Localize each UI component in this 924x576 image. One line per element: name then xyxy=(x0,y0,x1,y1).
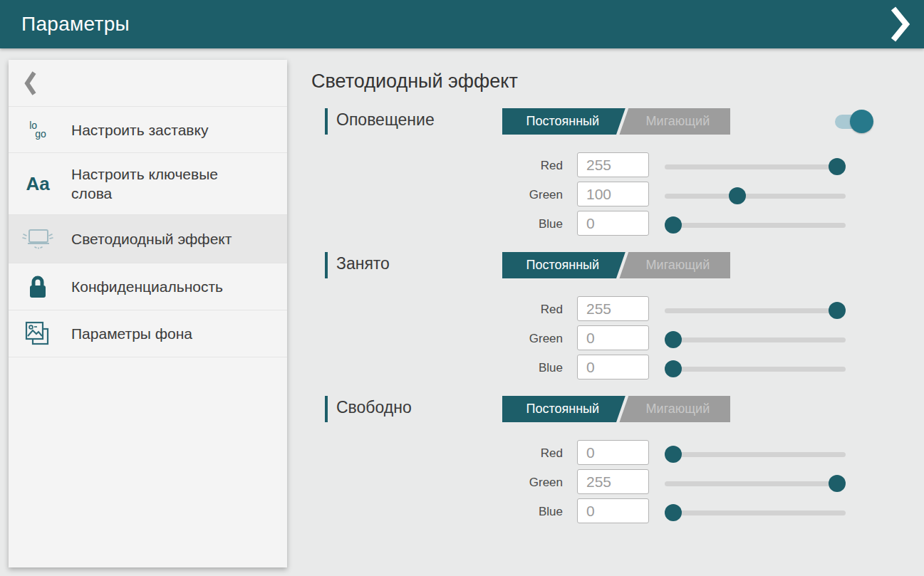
section-free: Свободно Постоянный Мигающий Red Green xyxy=(311,396,874,528)
mode-option-blinking[interactable]: Мигающий xyxy=(625,252,730,278)
channel-row: Red xyxy=(311,440,874,466)
section-accent-bar xyxy=(325,108,328,135)
channel-row: Green xyxy=(311,182,874,207)
mode-option-constant[interactable]: Постоянный xyxy=(502,252,623,278)
channel-slider[interactable] xyxy=(665,355,846,380)
channel-slider[interactable] xyxy=(665,182,846,207)
section-alert: Оповещение Постоянный Мигающий Red Green xyxy=(311,108,874,241)
section-label: Свободно xyxy=(336,398,412,417)
channel-value-input[interactable] xyxy=(577,498,649,523)
channel-slider[interactable] xyxy=(665,440,846,466)
alert-enabled-switch[interactable] xyxy=(835,108,875,135)
sidebar-item-led-effect[interactable]: Светодиодный эффект xyxy=(9,215,287,263)
mode-option-blinking[interactable]: Мигающий xyxy=(625,108,730,135)
channel-slider[interactable] xyxy=(665,296,846,322)
section-label: Оповещение xyxy=(336,110,435,130)
slider-track xyxy=(665,194,846,199)
channel-row: Blue xyxy=(311,355,874,380)
channel-label: Blue xyxy=(477,505,563,519)
section-accent-bar xyxy=(325,396,328,422)
channel-value-input[interactable] xyxy=(577,440,649,465)
slider-thumb[interactable] xyxy=(665,504,682,521)
slider-thumb[interactable] xyxy=(665,331,682,348)
slider-thumb[interactable] xyxy=(665,446,682,463)
slider-track xyxy=(665,481,846,486)
section-busy: Занято Постоянный Мигающий Red Green xyxy=(311,252,874,384)
sidebar-item-label: Настроить заставку xyxy=(71,120,208,140)
slider-thumb[interactable] xyxy=(829,158,846,175)
channel-label: Green xyxy=(477,188,563,202)
sidebar-item-label: Конфиденциальность xyxy=(71,277,223,296)
sidebar-item-background[interactable]: Параметры фона xyxy=(9,310,287,357)
mode-option-blinking[interactable]: Мигающий xyxy=(625,396,730,422)
slider-thumb[interactable] xyxy=(829,302,846,319)
monitor-icon xyxy=(17,227,58,251)
channel-value-input[interactable] xyxy=(577,325,649,350)
channel-value-input[interactable] xyxy=(577,182,649,206)
back-chevron-icon xyxy=(24,70,36,96)
channel-label: Green xyxy=(477,476,563,490)
slider-thumb[interactable] xyxy=(829,475,846,492)
sidebar-back-button[interactable] xyxy=(9,60,287,107)
forward-chevron-button[interactable] xyxy=(886,6,914,43)
slider-track xyxy=(665,510,846,515)
slider-thumb[interactable] xyxy=(729,187,746,204)
sidebar-item-label: Светодиодный эффект xyxy=(71,229,232,248)
slider-track xyxy=(665,452,846,457)
channel-row: Red xyxy=(311,296,874,322)
mode-toggle-busy: Постоянный Мигающий xyxy=(502,252,730,278)
slider-track xyxy=(665,367,846,372)
settings-window: Параметры lo go Настроить заставку Aa xyxy=(0,0,924,576)
section-accent-bar xyxy=(325,252,328,278)
channel-row: Green xyxy=(311,469,874,495)
app-header: Параметры xyxy=(0,0,924,48)
channel-slider[interactable] xyxy=(665,211,846,236)
content-title: Светодиодный эффект xyxy=(311,70,518,93)
channel-value-input[interactable] xyxy=(577,355,649,379)
channel-slider[interactable] xyxy=(665,469,846,495)
page-title: Параметры xyxy=(21,13,130,36)
sidebar-item-keywords[interactable]: Aa Настроить ключевые слова xyxy=(9,153,287,215)
mode-option-constant[interactable]: Постоянный xyxy=(502,108,623,135)
logo-icon: lo go xyxy=(17,121,58,138)
slider-track xyxy=(665,223,846,228)
switch-knob xyxy=(850,110,873,133)
sidebar: lo go Настроить заставку Aa Настроить кл… xyxy=(9,60,287,567)
channel-row: Green xyxy=(311,325,874,351)
slider-thumb[interactable] xyxy=(665,216,682,234)
channel-slider[interactable] xyxy=(665,325,846,351)
channel-row: Red xyxy=(311,152,874,178)
mode-toggle-free: Постоянный Мигающий xyxy=(502,396,730,422)
slider-track xyxy=(665,337,846,342)
mode-toggle-alert: Постоянный Мигающий xyxy=(502,108,730,135)
sidebar-item-label: Настроить ключевые слова xyxy=(71,164,249,203)
channel-label: Blue xyxy=(477,217,563,231)
channel-value-input[interactable] xyxy=(577,296,649,321)
aa-icon: Aa xyxy=(17,173,58,195)
channel-label: Red xyxy=(477,159,563,173)
channel-label: Red xyxy=(477,303,563,317)
channel-value-input[interactable] xyxy=(577,211,649,236)
channel-row: Blue xyxy=(311,498,874,524)
channel-slider[interactable] xyxy=(665,152,846,178)
channel-label: Red xyxy=(477,446,563,461)
channel-label: Blue xyxy=(477,361,563,375)
forward-chevron-icon xyxy=(889,6,910,43)
slider-thumb[interactable] xyxy=(665,360,682,377)
sidebar-item-splash[interactable]: lo go Настроить заставку xyxy=(9,107,287,153)
channel-row: Blue xyxy=(311,211,874,236)
sidebar-item-privacy[interactable]: Конфиденциальность xyxy=(9,263,287,310)
mode-option-constant[interactable]: Постоянный xyxy=(502,396,623,422)
sidebar-item-label: Параметры фона xyxy=(71,324,192,343)
lock-icon xyxy=(17,274,58,300)
channel-slider[interactable] xyxy=(665,498,846,524)
channel-value-input[interactable] xyxy=(577,152,649,177)
images-icon xyxy=(17,320,58,347)
section-label: Занято xyxy=(336,254,390,273)
channel-value-input[interactable] xyxy=(577,469,649,494)
slider-track xyxy=(665,164,846,169)
channel-label: Green xyxy=(477,332,563,346)
slider-track xyxy=(665,308,846,313)
